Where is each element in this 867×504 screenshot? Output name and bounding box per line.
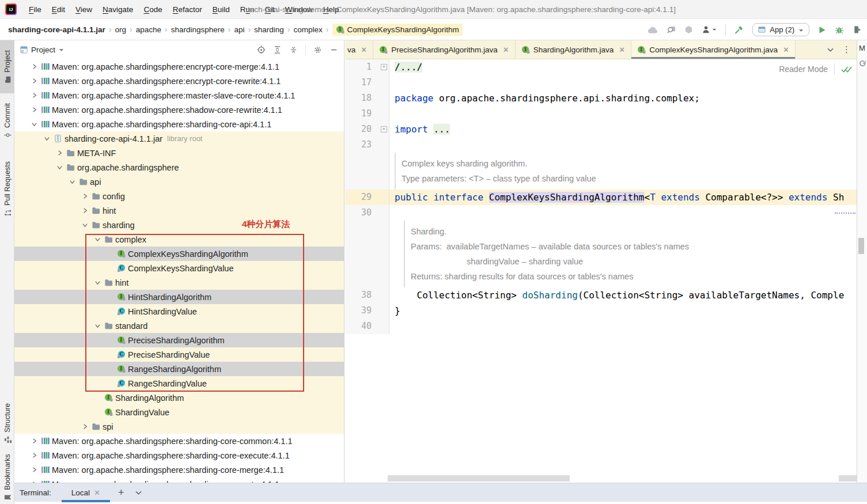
tree-row[interactable]: spi [14, 419, 344, 434]
maven-stripe-label[interactable]: M [859, 44, 865, 52]
tree-collapse-icon[interactable] [79, 222, 90, 228]
breadcrumb-item[interactable]: api [234, 25, 244, 34]
editor-tab-shardingalgorithm-java[interactable]: IShardingAlgorithm.java✕ [516, 40, 631, 59]
tree-collapse-icon[interactable] [92, 323, 103, 329]
breadcrumb-item[interactable]: IComplexKeysShardingAlgorithm [332, 24, 463, 36]
new-terminal-button[interactable]: + [118, 487, 124, 498]
tree-collapse-icon[interactable] [92, 279, 103, 286]
close-tab-icon[interactable]: ✕ [361, 46, 367, 54]
tree-row[interactable]: CPreciseShardingValue [14, 347, 344, 362]
stripe-tab-project[interactable]: Project [0, 40, 14, 93]
cloud-sync-icon[interactable] [648, 26, 658, 34]
settings-gear-icon[interactable] [313, 46, 322, 54]
tree-row[interactable]: Maven: org.apache.shardingsphere:encrypt… [14, 74, 344, 88]
tree-collapse-icon[interactable] [41, 135, 52, 142]
menu-refactor[interactable]: Refactor [168, 0, 207, 19]
tree-row[interactable]: Maven: org.apache.shardingsphere:shadow-… [14, 103, 344, 117]
tree-expand-icon[interactable] [28, 107, 40, 113]
run-configuration-select[interactable]: App (2) [752, 23, 809, 36]
tree-row[interactable]: Maven: org.apache.shardingsphere:shardin… [14, 434, 344, 448]
tree-expand-icon[interactable] [28, 78, 40, 84]
stripe-tab-structure[interactable]: Structure [0, 396, 14, 451]
fold-marker-icon[interactable]: + [381, 64, 387, 70]
tree-row[interactable]: complex [14, 232, 344, 247]
stripe-tab-pull-requests[interactable]: Pull Requests [0, 148, 14, 230]
tree-row[interactable]: Maven: org.apache.shardingsphere:shardin… [14, 448, 344, 463]
tree-row[interactable]: CRangeShardingValue [14, 376, 344, 391]
breadcrumb-item[interactable]: shardingsphere [171, 25, 225, 34]
tree-collapse-icon[interactable] [92, 236, 103, 242]
tree-row[interactable]: IRangeShardingAlgorithm [14, 362, 344, 376]
editor-horizontal-scrollbar[interactable] [388, 475, 570, 482]
tree-collapse-icon[interactable] [54, 164, 65, 170]
menu-code[interactable]: Code [138, 0, 167, 19]
code-line-39[interactable]: 39} [345, 303, 857, 319]
tree-collapse-icon[interactable] [66, 179, 78, 185]
tree-row[interactable]: Maven: org.apache.shardingsphere:encrypt… [14, 59, 344, 74]
tree-row[interactable]: CComplexKeysShardingValue [14, 261, 344, 275]
tree-row[interactable]: IComplexKeysShardingAlgorithm [14, 247, 344, 261]
close-tab-icon[interactable]: ✕ [783, 46, 789, 54]
tree-expand-icon[interactable] [28, 438, 40, 444]
tabs-menu-icon[interactable]: ⋮ [842, 44, 851, 55]
editor-vertical-scrollbar[interactable] [858, 238, 864, 254]
collapse-all-icon[interactable] [289, 46, 298, 54]
tree-row[interactable]: IShardingAlgorithm [14, 391, 344, 405]
code-line-38[interactable]: 38 Collection<String> doSharding(Collect… [345, 287, 857, 303]
tree-row[interactable]: hint [14, 275, 344, 290]
run-button[interactable] [818, 26, 826, 34]
menu-edit[interactable]: Edit [47, 0, 70, 19]
editor-tab-complexkeysshardingalgorithm-java[interactable]: IComplexKeysShardingAlgorithm.java✕ [631, 40, 796, 59]
tree-row[interactable]: IHintShardingAlgorithm [14, 290, 344, 304]
tree-row[interactable]: standard [14, 319, 344, 333]
code-line-40[interactable]: 40 [345, 319, 857, 334]
code-line-20[interactable]: 20+import ... [345, 122, 857, 137]
tree-expand-icon[interactable] [79, 423, 90, 430]
terminal-label[interactable]: Terminal: [20, 488, 51, 497]
code-line-19[interactable]: 19 [345, 106, 857, 122]
breadcrumb-item[interactable]: complex [294, 25, 323, 34]
close-tab-icon[interactable]: ✕ [619, 46, 625, 54]
tabs-chevron-down-icon[interactable] [827, 48, 834, 52]
tree-row[interactable]: sharding4种分片算法 [14, 218, 344, 232]
code-line-30[interactable]: 30 [345, 205, 857, 221]
tree-expand-icon[interactable] [28, 467, 40, 473]
tree-expand-icon[interactable] [79, 207, 90, 214]
chevron-down-icon[interactable] [59, 48, 64, 52]
code-editor[interactable]: Reader Mode 1+/.../1718package org.apach… [345, 59, 857, 483]
hide-panel-icon[interactable] [330, 46, 338, 54]
menu-view[interactable]: View [70, 0, 97, 19]
tree-row[interactable]: CHintShardingValue [14, 304, 344, 319]
tree-row[interactable]: org.apache.shardingsphere [14, 160, 344, 175]
code-line-29[interactable]: 29public interface ComplexKeysShardingAl… [345, 190, 857, 205]
tree-row[interactable]: Maven: org.apache.shardingsphere:shardin… [14, 477, 344, 483]
stripe-tab-bookmarks[interactable]: Bookmarks [0, 451, 14, 504]
tree-collapse-icon[interactable] [28, 121, 40, 127]
code-line-18[interactable]: 18package org.apache.shardingsphere.api.… [345, 90, 857, 106]
tree-expand-icon[interactable] [28, 92, 40, 98]
plugin-hexagon-icon[interactable] [684, 25, 693, 34]
fold-marker-icon[interactable]: + [381, 126, 387, 132]
project-panel-title[interactable]: Project [31, 46, 55, 54]
close-tab-icon[interactable]: ✕ [503, 46, 509, 54]
build-hammer-icon[interactable] [735, 25, 744, 35]
tree-row[interactable]: IPreciseShardingAlgorithm [14, 333, 344, 347]
tree-row[interactable]: api [14, 175, 344, 189]
tree-row[interactable]: META-INF [14, 146, 344, 160]
editor-tab-preciseshardingalgorithm-java[interactable]: IPreciseShardingAlgorithm.java✕ [373, 40, 516, 59]
tree-expand-icon[interactable] [28, 63, 40, 70]
editor-tab-va[interactable]: va✕ [345, 40, 373, 59]
breadcrumb-item[interactable]: org [115, 25, 126, 34]
breadcrumb-item[interactable]: sharding-core-api-4.1.1.jar [8, 25, 105, 34]
tree-row[interactable]: config [14, 189, 344, 203]
tree-expand-icon[interactable] [54, 150, 65, 156]
tree-row[interactable]: Maven: org.apache.shardingsphere:shardin… [14, 117, 344, 131]
tree-row[interactable]: Maven: org.apache.shardingsphere:master-… [14, 88, 344, 103]
menu-file[interactable]: File [24, 0, 47, 19]
tree-expand-icon[interactable] [79, 193, 90, 199]
code-line-23[interactable]: 23 [345, 137, 857, 153]
inspections-ok-icon[interactable] [841, 65, 852, 73]
tree-row[interactable]: Maven: org.apache.shardingsphere:shardin… [14, 463, 344, 477]
tree-row[interactable]: IShardingValue [14, 405, 344, 419]
search-everywhere-icon[interactable] [667, 25, 676, 34]
